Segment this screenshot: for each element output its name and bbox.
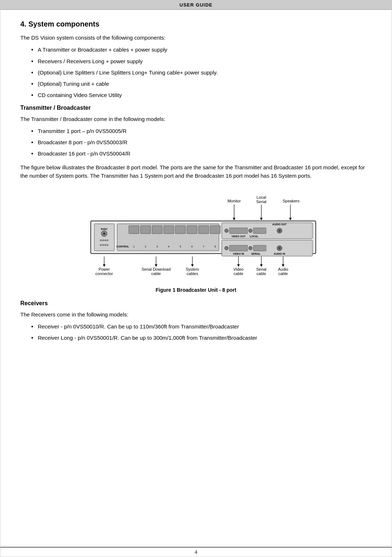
- svg-point-43: [225, 246, 228, 250]
- svg-text:Monitor: Monitor: [228, 199, 241, 203]
- section-title: 4. System components: [20, 20, 372, 28]
- svg-point-50: [278, 247, 281, 249]
- svg-text:Power: Power: [98, 267, 110, 271]
- svg-rect-26: [187, 226, 197, 234]
- page-number: 4: [195, 549, 197, 555]
- svg-text:cable: cable: [257, 271, 266, 276]
- svg-rect-28: [199, 226, 209, 234]
- svg-text:VIDEO OUT: VIDEO OUT: [232, 235, 246, 238]
- broadcaster-svg: Monitor Local Serial Speakers 5VDC @@@@ …: [69, 186, 323, 281]
- svg-rect-47: [253, 245, 266, 251]
- svg-text:6: 6: [191, 245, 193, 248]
- svg-rect-44: [229, 245, 248, 251]
- svg-text:VIDEO IN: VIDEO IN: [233, 253, 244, 255]
- receivers-intro: The Receivers come in the following mode…: [20, 310, 372, 319]
- svg-rect-22: [164, 226, 174, 234]
- svg-text:Local: Local: [257, 195, 266, 199]
- svg-text:5: 5: [180, 245, 181, 248]
- bullet-1: A Transmitter or Broadcaster + cables + …: [31, 45, 372, 54]
- svg-text:cables: cables: [187, 271, 198, 276]
- model-2: Broadcaster 8 port - p/n 0VS50003/R: [31, 138, 372, 146]
- header-title: USER GUIDE: [180, 2, 213, 8]
- transmitter-heading: Transmitter / Broadcaster: [20, 105, 372, 111]
- svg-text:Speakers: Speakers: [283, 199, 300, 203]
- svg-text:AUDIO OUT: AUDIO OUT: [272, 223, 287, 226]
- svg-point-37: [249, 229, 252, 233]
- broadcaster-diagram: Monitor Local Serial Speakers 5VDC @@@@ …: [69, 186, 323, 282]
- bullet-3: (Optional) Line Splitters / Line Splitte…: [31, 68, 372, 77]
- svg-rect-30: [210, 226, 220, 234]
- svg-text:@@@@: @@@@: [100, 244, 109, 246]
- svg-text:AUDIO IN: AUDIO IN: [274, 253, 285, 255]
- svg-rect-18: [140, 226, 151, 234]
- svg-text:7: 7: [203, 245, 204, 248]
- section-intro: The DS Vision system consists of the fol…: [20, 33, 372, 42]
- model-1: Transmitter 1 port – p/n 0VS50005/R: [31, 127, 372, 135]
- svg-text:Video: Video: [233, 267, 244, 271]
- svg-rect-38: [253, 228, 266, 234]
- transmitter-models-list: Transmitter 1 port – p/n 0VS50005/R Broa…: [31, 127, 372, 158]
- svg-rect-20: [152, 226, 162, 234]
- bullet-5: CD containing Video Service Utility: [31, 91, 372, 99]
- svg-point-46: [249, 246, 252, 250]
- svg-text:4: 4: [168, 245, 170, 248]
- svg-text:LOCAL: LOCAL: [250, 235, 259, 238]
- svg-text:SERIAL: SERIAL: [251, 253, 261, 255]
- receivers-heading: Receivers: [20, 300, 372, 307]
- page-wrapper: USER GUIDE 4. System components The DS V…: [0, 0, 392, 557]
- footer-bar: 4: [0, 547, 392, 557]
- svg-text:System: System: [186, 267, 199, 271]
- svg-text:cable: cable: [234, 271, 243, 276]
- header-bar: USER GUIDE: [0, 0, 392, 10]
- svg-text:cable: cable: [278, 271, 288, 276]
- svg-text:cable: cable: [151, 271, 161, 276]
- svg-text:CONTROL: CONTROL: [117, 245, 129, 248]
- svg-rect-34: [229, 228, 248, 234]
- figure-container: Monitor Local Serial Speakers 5VDC @@@@ …: [20, 186, 372, 298]
- transmitter-intro: The Transmitter / Broadcaster come in th…: [20, 115, 372, 123]
- figure-caption: Figure 1 Broadcaster Unit - 8 port: [156, 286, 236, 294]
- svg-text:Audio: Audio: [278, 267, 288, 271]
- svg-text:1: 1: [133, 245, 135, 248]
- transmitter-description: The figure below illustrates the Broadca…: [20, 163, 372, 180]
- svg-point-41: [278, 230, 281, 232]
- bullet-2: Receivers / Receivers Long + power suppl…: [31, 57, 372, 65]
- svg-text:5VDC: 5VDC: [101, 228, 108, 230]
- svg-text:Serial Download: Serial Download: [142, 267, 171, 271]
- bullet-4: (Optional) Tuning unit + cable: [31, 80, 372, 88]
- section-bullets-list: A Transmitter or Broadcaster + cables + …: [31, 45, 372, 99]
- svg-point-33: [225, 229, 228, 233]
- svg-text:@@@@: @@@@: [100, 239, 109, 241]
- svg-text:3: 3: [156, 245, 158, 248]
- svg-text:Serial: Serial: [256, 199, 266, 204]
- model-3: Broadcaster 16 port - p/n 0VS50004/R: [31, 149, 372, 158]
- svg-point-11: [103, 233, 105, 235]
- receiver-model-2: Receiver Long - p/n 0VS50001/R. Can be u…: [31, 334, 372, 342]
- svg-rect-24: [175, 226, 185, 234]
- svg-text:Serial: Serial: [256, 267, 266, 271]
- svg-text:8: 8: [215, 245, 216, 248]
- receivers-models-list: Receiver - p/n 0VS50010/R. Can be up to …: [31, 322, 372, 342]
- content-area: 4. System components The DS Vision syste…: [0, 10, 392, 547]
- receiver-model-1: Receiver - p/n 0VS50010/R. Can be up to …: [31, 322, 372, 331]
- svg-rect-16: [129, 226, 139, 234]
- svg-text:connector: connector: [95, 271, 113, 276]
- svg-text:2: 2: [145, 245, 146, 248]
